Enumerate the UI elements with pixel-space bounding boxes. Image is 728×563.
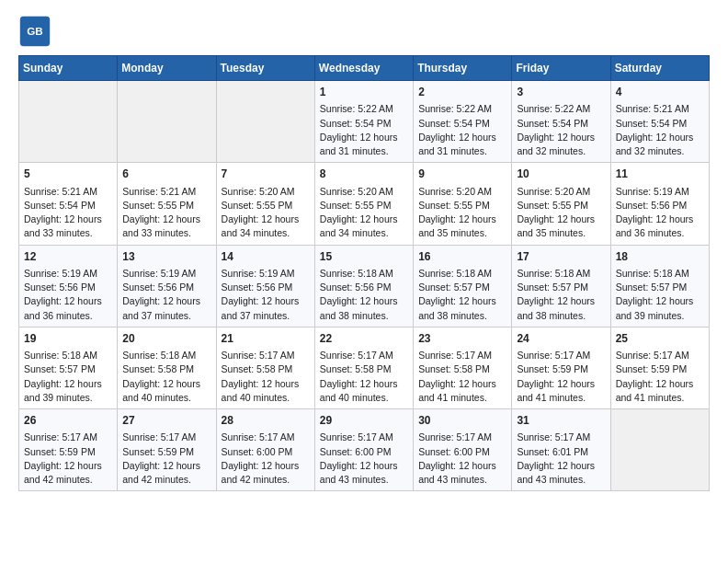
day-info: Daylight: 12 hours and 32 minutes. xyxy=(616,131,704,158)
day-number: 24 xyxy=(517,331,605,347)
day-number: 5 xyxy=(24,167,112,182)
day-info: Sunset: 5:55 PM xyxy=(122,199,210,213)
day-number: 13 xyxy=(122,249,210,265)
day-info: Daylight: 12 hours and 33 minutes. xyxy=(24,213,112,240)
calendar-cell: 7Sunrise: 5:20 AMSunset: 5:55 PMDaylight… xyxy=(216,163,314,245)
day-info: Sunrise: 5:17 AM xyxy=(222,349,310,362)
day-info: Sunset: 6:00 PM xyxy=(320,445,408,459)
day-info: Daylight: 12 hours and 35 minutes. xyxy=(418,213,506,240)
logo: GB xyxy=(18,15,55,48)
day-number: 29 xyxy=(320,413,408,429)
day-info: Sunset: 5:55 PM xyxy=(320,199,408,213)
day-info: Daylight: 12 hours and 43 minutes. xyxy=(517,459,605,487)
day-info: Sunrise: 5:17 AM xyxy=(24,431,112,444)
day-number: 26 xyxy=(24,413,112,429)
day-number: 4 xyxy=(616,85,704,100)
day-info: Sunset: 5:58 PM xyxy=(418,362,506,376)
day-info: Sunrise: 5:18 AM xyxy=(24,349,112,362)
day-info: Daylight: 12 hours and 40 minutes. xyxy=(222,377,310,405)
calendar-cell: 5Sunrise: 5:21 AMSunset: 5:54 PMDaylight… xyxy=(19,163,118,245)
day-info: Daylight: 12 hours and 41 minutes. xyxy=(616,377,704,405)
day-number: 27 xyxy=(122,413,210,429)
day-info: Daylight: 12 hours and 36 minutes. xyxy=(616,213,704,240)
day-number: 31 xyxy=(517,413,605,429)
day-info: Sunrise: 5:19 AM xyxy=(24,267,112,281)
day-number: 14 xyxy=(222,249,310,265)
day-info: Daylight: 12 hours and 42 minutes. xyxy=(122,459,210,487)
day-info: Daylight: 12 hours and 41 minutes. xyxy=(517,377,605,405)
day-info: Sunrise: 5:17 AM xyxy=(418,349,506,362)
day-info: Sunset: 5:56 PM xyxy=(222,281,310,294)
day-number: 20 xyxy=(122,331,210,347)
calendar-cell: 19Sunrise: 5:18 AMSunset: 5:57 PMDayligh… xyxy=(19,327,118,408)
day-info: Sunset: 5:58 PM xyxy=(222,362,310,376)
day-info: Sunset: 6:00 PM xyxy=(222,445,310,459)
day-number: 6 xyxy=(122,167,210,182)
page-header: GB xyxy=(18,15,710,48)
day-info: Sunset: 5:56 PM xyxy=(24,281,112,294)
calendar-cell: 28Sunrise: 5:17 AMSunset: 6:00 PMDayligh… xyxy=(216,409,314,491)
day-info: Daylight: 12 hours and 32 minutes. xyxy=(517,131,605,158)
day-number: 3 xyxy=(517,85,605,100)
day-info: Daylight: 12 hours and 40 minutes. xyxy=(320,377,408,405)
calendar-cell: 4Sunrise: 5:21 AMSunset: 5:54 PMDaylight… xyxy=(610,81,709,163)
day-info: Daylight: 12 hours and 38 minutes. xyxy=(418,294,506,322)
calendar-cell: 29Sunrise: 5:17 AMSunset: 6:00 PMDayligh… xyxy=(314,409,413,491)
calendar-cell: 21Sunrise: 5:17 AMSunset: 5:58 PMDayligh… xyxy=(216,327,314,408)
day-number: 15 xyxy=(320,249,408,265)
calendar-cell: 2Sunrise: 5:22 AMSunset: 5:54 PMDaylight… xyxy=(414,81,512,163)
day-number: 19 xyxy=(24,331,112,347)
calendar-cell xyxy=(216,81,314,163)
calendar-cell: 10Sunrise: 5:20 AMSunset: 5:55 PMDayligh… xyxy=(512,163,610,245)
day-info: Sunset: 5:56 PM xyxy=(616,199,704,213)
day-info: Daylight: 12 hours and 35 minutes. xyxy=(517,213,605,240)
day-info: Sunrise: 5:18 AM xyxy=(616,267,704,281)
svg-text:GB: GB xyxy=(27,25,43,37)
day-info: Sunrise: 5:17 AM xyxy=(320,349,408,362)
calendar-cell: 30Sunrise: 5:17 AMSunset: 6:00 PMDayligh… xyxy=(414,409,512,491)
weekday-header-saturday: Saturday xyxy=(610,56,709,81)
day-info: Sunrise: 5:22 AM xyxy=(320,102,408,116)
calendar-cell: 12Sunrise: 5:19 AMSunset: 5:56 PMDayligh… xyxy=(19,245,118,327)
weekday-header-tuesday: Tuesday xyxy=(216,56,314,81)
day-info: Sunrise: 5:17 AM xyxy=(616,349,704,362)
day-info: Sunset: 5:54 PM xyxy=(320,117,408,131)
day-info: Sunset: 5:57 PM xyxy=(616,281,704,294)
day-number: 10 xyxy=(517,167,605,182)
calendar-cell: 11Sunrise: 5:19 AMSunset: 5:56 PMDayligh… xyxy=(610,163,709,245)
calendar-cell: 17Sunrise: 5:18 AMSunset: 5:57 PMDayligh… xyxy=(512,245,610,327)
calendar-cell: 14Sunrise: 5:19 AMSunset: 5:56 PMDayligh… xyxy=(216,245,314,327)
day-info: Sunrise: 5:20 AM xyxy=(418,185,506,199)
day-info: Daylight: 12 hours and 39 minutes. xyxy=(24,377,112,405)
day-info: Sunrise: 5:21 AM xyxy=(24,185,112,199)
day-info: Sunset: 5:58 PM xyxy=(122,362,210,376)
weekday-header-sunday: Sunday xyxy=(19,56,118,81)
day-info: Sunrise: 5:21 AM xyxy=(122,185,210,199)
calendar-cell: 13Sunrise: 5:19 AMSunset: 5:56 PMDayligh… xyxy=(118,245,216,327)
calendar-cell: 1Sunrise: 5:22 AMSunset: 5:54 PMDaylight… xyxy=(314,81,413,163)
day-info: Sunset: 5:57 PM xyxy=(517,281,605,294)
day-info: Daylight: 12 hours and 38 minutes. xyxy=(320,294,408,322)
day-number: 28 xyxy=(222,413,310,429)
day-info: Sunrise: 5:18 AM xyxy=(122,349,210,362)
calendar-table: SundayMondayTuesdayWednesdayThursdayFrid… xyxy=(18,55,710,491)
calendar-cell: 23Sunrise: 5:17 AMSunset: 5:58 PMDayligh… xyxy=(414,327,512,408)
day-info: Daylight: 12 hours and 37 minutes. xyxy=(222,294,310,322)
calendar-cell xyxy=(610,409,709,491)
day-info: Sunset: 5:57 PM xyxy=(24,362,112,376)
day-info: Sunset: 5:59 PM xyxy=(616,362,704,376)
day-info: Sunrise: 5:17 AM xyxy=(418,431,506,444)
day-info: Sunset: 6:01 PM xyxy=(517,445,605,459)
day-info: Sunrise: 5:18 AM xyxy=(517,267,605,281)
day-info: Sunrise: 5:17 AM xyxy=(320,431,408,444)
day-info: Sunrise: 5:20 AM xyxy=(222,185,310,199)
day-info: Daylight: 12 hours and 34 minutes. xyxy=(320,213,408,240)
day-info: Daylight: 12 hours and 43 minutes. xyxy=(418,459,506,487)
day-number: 18 xyxy=(616,249,704,265)
day-info: Sunset: 5:54 PM xyxy=(418,117,506,131)
day-info: Sunset: 5:55 PM xyxy=(418,199,506,213)
day-info: Daylight: 12 hours and 34 minutes. xyxy=(222,213,310,240)
calendar-cell xyxy=(19,81,118,163)
day-info: Sunset: 5:59 PM xyxy=(122,445,210,459)
day-info: Daylight: 12 hours and 37 minutes. xyxy=(122,294,210,322)
